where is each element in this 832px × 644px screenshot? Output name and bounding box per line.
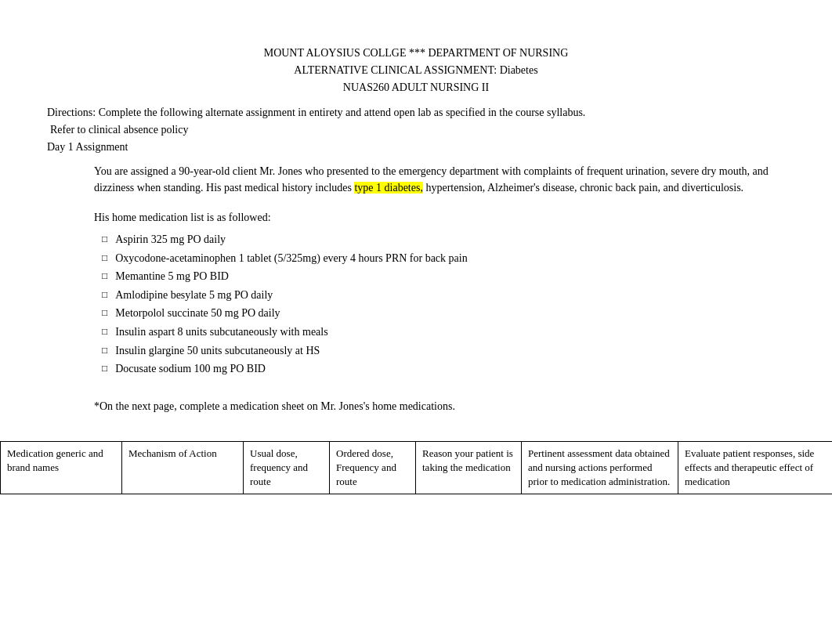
title-line1: MOUNT ALOYSIUS COLLGE *** DEPARTMENT OF …: [47, 47, 785, 60]
medication-table: Medication generic and brand names Mecha…: [0, 441, 832, 495]
bullet-icon: □: [102, 325, 107, 338]
table-header-col2: Mechanism of Action: [122, 441, 244, 494]
bullet-icon: □: [102, 233, 107, 246]
list-item: □Insulin glargine 50 units subcutaneousl…: [102, 343, 785, 359]
bullet-icon: □: [102, 270, 107, 283]
title-line2: ALTERNATIVE CLINICAL ASSIGNMENT: Diabete…: [47, 64, 785, 77]
table-header-col4: Ordered dose, Frequency and route: [330, 441, 416, 494]
scenario-paragraph: You are assigned a 90-year-old client Mr…: [94, 163, 785, 196]
list-item: □Amlodipine besylate 5 mg PO daily: [102, 288, 785, 303]
list-item: □Oxycodone-acetaminophen 1 tablet (5/325…: [102, 251, 785, 266]
table-header-row: Medication generic and brand names Mecha…: [1, 441, 833, 494]
refer-text: Refer to clinical absence policy: [50, 124, 785, 136]
directions-text: Directions: Complete the following alter…: [47, 107, 785, 119]
bullet-icon: □: [102, 306, 107, 320]
med-item-text: Docusate sodium 100 mg PO BID: [115, 361, 266, 377]
scenario-highlight: type 1 diabetes,: [354, 182, 422, 194]
list-item: □Insulin aspart 8 units subcutaneously w…: [102, 324, 785, 340]
list-item: □Aspirin 325 mg PO daily: [102, 232, 785, 248]
home-meds-intro: His home medication list is as followed:: [94, 212, 785, 224]
bullet-icon: □: [102, 344, 107, 357]
list-item: □Metorpolol succinate 50 mg PO daily: [102, 306, 785, 321]
medication-list: □Aspirin 325 mg PO daily□Oxycodone-aceta…: [102, 232, 785, 377]
table-header-col3: Usual dose, frequency and route: [244, 441, 330, 494]
med-item-text: Insulin aspart 8 units subcutaneously wi…: [115, 324, 327, 340]
list-item: □Memantine 5 mg PO BID: [102, 269, 785, 284]
scenario-block: You are assigned a 90-year-old client Mr…: [94, 163, 785, 377]
title-line3: NUAS260 ADULT NURSING II: [47, 81, 785, 94]
med-item-text: Memantine 5 mg PO BID: [115, 269, 229, 284]
page-container: MOUNT ALOYSIUS COLLGE *** DEPARTMENT OF …: [0, 0, 832, 644]
med-item-text: Amlodipine besylate 5 mg PO daily: [115, 288, 273, 303]
table-header-col5: Reason your patient is taking the medica…: [416, 441, 522, 494]
content-area: MOUNT ALOYSIUS COLLGE *** DEPARTMENT OF …: [0, 0, 832, 429]
scenario-text-after: hypertension, Alzheimer's disease, chron…: [423, 182, 743, 194]
med-item-text: Aspirin 325 mg PO daily: [115, 232, 226, 248]
bullet-icon: □: [102, 288, 107, 302]
med-item-text: Insulin glargine 50 units subcutaneously…: [115, 343, 320, 359]
table-header-col6: Pertinent assessment data obtained and n…: [522, 441, 678, 494]
list-item: □Docusate sodium 100 mg PO BID: [102, 361, 785, 377]
day-assignment-label: Day 1 Assignment: [47, 141, 785, 154]
table-header-col1: Medication generic and brand names: [1, 441, 122, 494]
med-item-text: Oxycodone-acetaminophen 1 tablet (5/325m…: [115, 251, 467, 266]
bullet-icon: □: [102, 251, 107, 265]
med-item-text: Metorpolol succinate 50 mg PO daily: [115, 306, 280, 321]
table-header-col7: Evaluate patient responses, side effects…: [678, 441, 833, 494]
next-page-note: *On the next page, complete a medication…: [94, 400, 785, 413]
bullet-icon: □: [102, 362, 107, 375]
